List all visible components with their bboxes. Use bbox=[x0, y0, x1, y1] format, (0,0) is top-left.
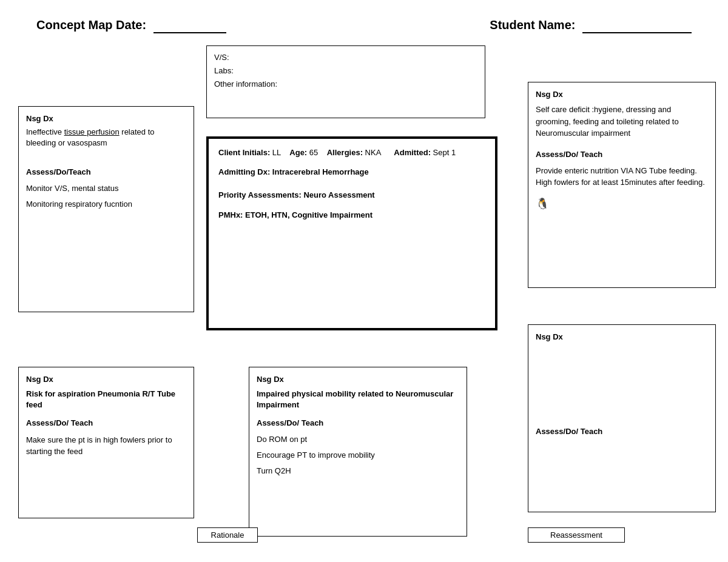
other-label: Other information: bbox=[214, 79, 477, 90]
initials-value: LL bbox=[272, 148, 281, 157]
name-blank bbox=[582, 18, 692, 33]
nsg-dx-bottom-center-label: Nsg Dx bbox=[257, 375, 459, 384]
concept-map-date-label: Concept Map Date: bbox=[36, 18, 226, 33]
main-layout: V/S: Labs: Other information: Client Ini… bbox=[12, 45, 716, 562]
student-name-label: Student Name: bbox=[490, 18, 692, 33]
initials-label: Client Initials: bbox=[218, 148, 270, 157]
nsg-dx-top-left-item2: Monitoring respiratory fucntion bbox=[26, 199, 186, 210]
nsg-dx-bottom-center-item1: Do ROM on pt bbox=[257, 434, 459, 445]
nsg-dx-bottom-center-assess: Assess/Do/ Teach bbox=[257, 418, 459, 429]
diagnosis-link: tissue perfusion bbox=[64, 127, 120, 136]
nsg-dx-bottom-center-diagnosis: Impaired physical mobility related to Ne… bbox=[257, 389, 459, 410]
student-name-text: Student Name: bbox=[490, 18, 575, 32]
reassessment-text: Reassessment bbox=[550, 530, 602, 540]
nsg-dx-top-left-assess: Assess/Do/Teach bbox=[26, 167, 186, 178]
nsg-dx-bottom-center-item3: Turn Q2H bbox=[257, 466, 459, 477]
nsg-dx-top-right: Nsg Dx Self care deficit :hygiene, dress… bbox=[528, 82, 716, 288]
nsg-dx-bottom-left-label: Nsg Dx bbox=[26, 375, 186, 384]
age-label: Age: bbox=[289, 148, 307, 157]
nsg-dx-top-left-label: Nsg Dx bbox=[26, 114, 186, 123]
admitted-label: Admitted: bbox=[394, 148, 431, 157]
nsg-dx-top-left: Nsg Dx Ineffective tissue perfusion rela… bbox=[18, 106, 194, 312]
rationale-label: Rationale bbox=[197, 527, 258, 543]
admitting-dx: Admitting Dx: Intracerebral Hemorrhage bbox=[218, 167, 485, 178]
page: Concept Map Date: Student Name: V/S: Lab… bbox=[0, 0, 728, 562]
rationale-text: Rationale bbox=[211, 530, 244, 540]
pmhx: PMHx: ETOH, HTN, Cognitive Impairment bbox=[218, 210, 485, 221]
vs-label: V/S: bbox=[214, 52, 477, 63]
diagnosis-prefix: Ineffective bbox=[26, 127, 64, 136]
allergies-value: NKA bbox=[365, 148, 381, 157]
priority-assessments: Priority Assessments: Neuro Assessment bbox=[218, 190, 485, 201]
nsg-dx-bottom-left-teach: Make sure the pt is in high fowlers prio… bbox=[26, 434, 186, 458]
date-blank bbox=[153, 18, 226, 33]
vitals-box: V/S: Labs: Other information: bbox=[206, 45, 485, 118]
nsg-dx-bottom-center: Nsg Dx Impaired physical mobility relate… bbox=[249, 367, 467, 537]
nsg-dx-top-right-assess: Assess/Do/ Teach bbox=[536, 149, 708, 160]
nsg-dx-bottom-left-diagnosis: Risk for aspiration Pneumonia R/T Tube f… bbox=[26, 389, 186, 410]
reassessment-label: Reassessment bbox=[528, 527, 625, 543]
nsg-dx-top-right-teach: Provide enteric nutrition VIA NG Tube fe… bbox=[536, 165, 708, 189]
allergies-label: Allergies: bbox=[327, 148, 363, 157]
nsg-dx-top-left-item1: Monitor V/S, mental status bbox=[26, 183, 186, 194]
labs-label: Labs: bbox=[214, 65, 477, 76]
patient-box: Client Initials: LL Age: 65 Allergies: N… bbox=[206, 136, 497, 330]
admitted-value: Sept 1 bbox=[433, 148, 456, 157]
concept-map-date-text: Concept Map Date: bbox=[36, 18, 146, 32]
nsg-dx-top-right-diagnosis: Self care deficit :hygiene, dressing and… bbox=[536, 104, 708, 139]
nsg-dx-bottom-right-assess: Assess/Do/ Teach bbox=[536, 426, 708, 437]
header: Concept Map Date: Student Name: bbox=[12, 12, 716, 45]
nsg-dx-bottom-right-label: Nsg Dx bbox=[536, 332, 708, 341]
nsg-dx-bottom-center-item2: Encourage PT to improve mobility bbox=[257, 450, 459, 461]
pac-icon: 🐧 bbox=[536, 197, 708, 210]
nsg-dx-bottom-right: Nsg Dx Assess/Do/ Teach bbox=[528, 324, 716, 512]
nsg-dx-top-left-diagnosis: Ineffective tissue perfusion related to … bbox=[26, 127, 186, 149]
nsg-dx-top-right-label: Nsg Dx bbox=[536, 90, 708, 99]
patient-header: Client Initials: LL Age: 65 Allergies: N… bbox=[218, 147, 485, 158]
age-value: 65 bbox=[309, 148, 318, 157]
nsg-dx-bottom-left: Nsg Dx Risk for aspiration Pneumonia R/T… bbox=[18, 367, 194, 518]
nsg-dx-bottom-left-assess: Assess/Do/ Teach bbox=[26, 418, 186, 429]
